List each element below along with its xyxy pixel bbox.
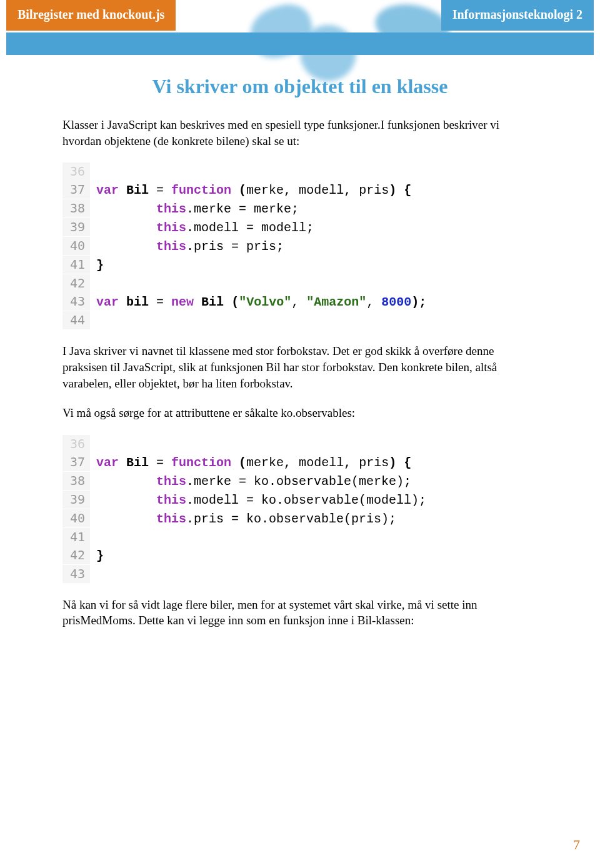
- code-line: 41: [62, 528, 538, 546]
- header-right-tab: Informasjonsteknologi 2: [441, 0, 594, 31]
- code-line: 39 this.modell = modell;: [62, 218, 538, 237]
- code-line-number: 43: [62, 292, 90, 311]
- header-left-tab: Bilregister med knockout.js: [6, 0, 176, 31]
- code-line-number: 41: [62, 256, 90, 274]
- code-line-number: 36: [62, 162, 90, 181]
- code-line-content: }: [90, 256, 104, 274]
- code-line-number: 36: [62, 435, 90, 453]
- code-line-number: 38: [62, 472, 90, 490]
- paragraph-naming: I Java skriver vi navnet til klassene me…: [62, 343, 538, 391]
- code-line: 41}: [62, 256, 538, 274]
- code-line: 42: [62, 274, 538, 292]
- code-line-content: this.merke = merke;: [90, 200, 299, 218]
- code-line: 42}: [62, 546, 538, 565]
- code-line-content: this.modell = modell;: [90, 219, 314, 237]
- page-number: 7: [573, 837, 580, 853]
- paragraph-observables: Vi må også sørge for at attributtene er …: [62, 405, 538, 421]
- paragraph-intro: Klasser i JavaScript kan beskrives med e…: [62, 117, 538, 149]
- code-line-number: 37: [62, 181, 90, 199]
- code-line-content: this.pris = ko.observable(pris);: [90, 510, 396, 528]
- code-line: 40 this.pris = pris;: [62, 237, 538, 256]
- code-line-content: }: [90, 547, 104, 565]
- code-line: 36: [62, 435, 538, 453]
- code-line: 43: [62, 565, 538, 583]
- code-line-number: 43: [62, 565, 90, 583]
- code-listing-2: 3637var Bil = function (merke, modell, p…: [62, 435, 538, 583]
- code-line-number: 42: [62, 274, 90, 292]
- code-line-number: 39: [62, 491, 90, 509]
- code-line: 39 this.modell = ko.observable(modell);: [62, 491, 538, 509]
- code-line-number: 39: [62, 218, 90, 236]
- code-line: 37var Bil = function (merke, modell, pri…: [62, 181, 538, 199]
- code-line: 43var bil = new Bil ("Volvo", "Amazon", …: [62, 292, 538, 311]
- code-line-number: 41: [62, 528, 90, 546]
- page-title: Vi skriver om objektet til en klasse: [62, 75, 538, 98]
- code-line: 38 this.merke = ko.observable(merke);: [62, 472, 538, 491]
- paragraph-prismedmoms: Nå kan vi for så vidt lage flere biler, …: [62, 597, 538, 629]
- code-line: 38 this.merke = merke;: [62, 199, 538, 218]
- code-line-number: 37: [62, 453, 90, 471]
- code-line-content: var Bil = function (merke, modell, pris)…: [90, 181, 411, 199]
- code-line-content: this.merke = ko.observable(merke);: [90, 472, 411, 491]
- page-content: Vi skriver om objektet til en klasse Kla…: [0, 50, 600, 629]
- code-line: 37var Bil = function (merke, modell, pri…: [62, 453, 538, 472]
- code-line-number: 38: [62, 199, 90, 217]
- code-line-number: 40: [62, 509, 90, 527]
- code-line-number: 44: [62, 311, 90, 329]
- code-line-number: 40: [62, 237, 90, 255]
- code-line-content: var bil = new Bil ("Volvo", "Amazon", 80…: [90, 293, 426, 311]
- code-line: 36: [62, 162, 538, 181]
- code-line: 40 this.pris = ko.observable(pris);: [62, 509, 538, 528]
- code-line-content: this.pris = pris;: [90, 237, 284, 256]
- code-line-content: this.modell = ko.observable(modell);: [90, 491, 426, 509]
- header-bar: Bilregister med knockout.js Informasjons…: [0, 0, 600, 50]
- code-line: 44: [62, 311, 538, 329]
- code-line-number: 42: [62, 546, 90, 564]
- code-listing-1: 3637var Bil = function (merke, modell, p…: [62, 162, 538, 329]
- code-line-content: var Bil = function (merke, modell, pris)…: [90, 454, 411, 472]
